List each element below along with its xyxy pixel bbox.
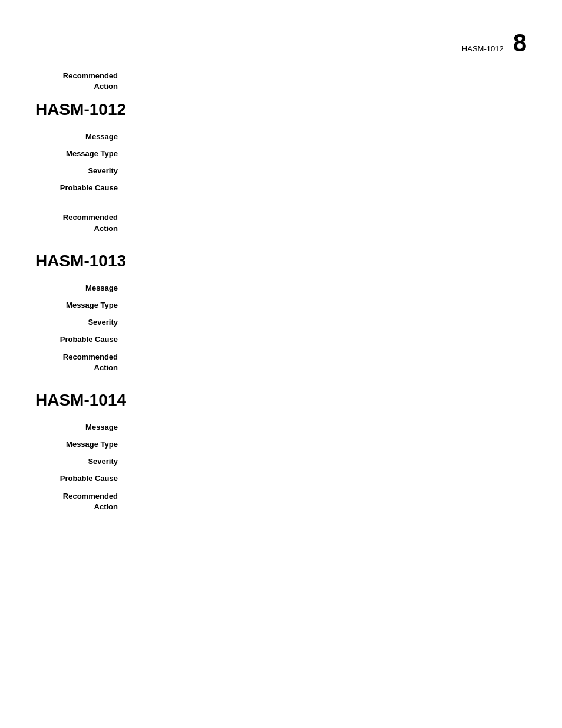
entry-hasm-1012: HASM-1012 Message Message Type Severity … [35,100,527,233]
label-probable-cause-1014: Probable Cause [35,474,118,483]
field-severity-1014: Severity [35,457,527,466]
label-severity-1014: Severity [35,457,118,466]
header-code: HASM-1012 [462,44,504,53]
label-message-type-1013: Message Type [35,301,118,309]
label-severity-1012: Severity [35,166,118,175]
field-probable-cause-1014: Probable Cause [35,474,527,483]
field-message-1012: Message [35,132,527,141]
label-severity-1013: Severity [35,318,118,327]
label-message-1013: Message [35,284,118,292]
field-message-1014: Message [35,423,527,431]
label-probable-cause-1013: Probable Cause [35,335,118,344]
field-message-type-1013: Message Type [35,301,527,309]
field-message-type-1012: Message Type [35,149,527,158]
entry-hasm-1014: HASM-1014 Message Message Type Severity … [35,391,527,512]
field-recommended-action-1013: RecommendedAction [35,352,527,373]
label-probable-cause-1012: Probable Cause [35,183,118,192]
label-message-1012: Message [35,132,118,141]
field-message-type-1014: Message Type [35,440,527,449]
label-recommended-action-1012: RecommendedAction [35,212,118,233]
field-recommended-action-1014: RecommendedAction [35,491,527,512]
entry-hasm-1012-title: HASM-1012 [35,100,527,119]
top-recommended-action: Recommended Action [35,71,527,92]
field-probable-cause-1012: Probable Cause [35,183,527,192]
entry-hasm-1014-title: HASM-1014 [35,391,527,410]
label-message-type-1014: Message Type [35,440,118,449]
page-number: 8 [513,31,527,55]
label-recommended-action-1013: RecommendedAction [35,352,118,373]
field-message-1013: Message [35,284,527,292]
field-probable-cause-1013: Probable Cause [35,335,527,344]
field-severity-1013: Severity [35,318,527,327]
label-recommended-action-1014: RecommendedAction [35,491,118,512]
content-area: Recommended Action HASM-1012 Message Mes… [0,0,562,513]
entry-hasm-1013: HASM-1013 Message Message Type Severity … [35,252,527,373]
field-recommended-action-1012: RecommendedAction [35,212,527,233]
label-message-type-1012: Message Type [35,149,118,158]
top-recommended-action-label: Recommended Action [35,71,118,92]
page-header: HASM-1012 8 [462,31,527,55]
entry-hasm-1013-title: HASM-1013 [35,252,527,271]
label-message-1014: Message [35,423,118,431]
field-severity-1012: Severity [35,166,527,175]
